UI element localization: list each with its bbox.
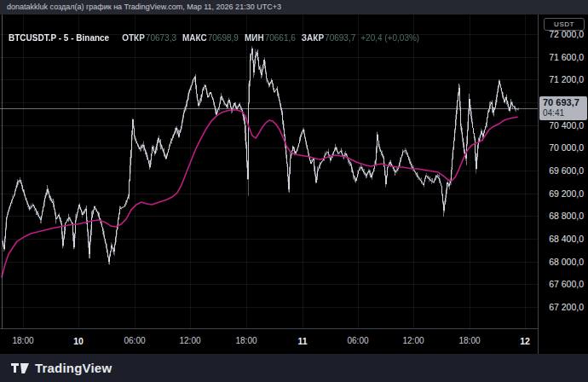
- price-tick: 68 800,0: [549, 211, 584, 221]
- price-tick: 68 000,0: [549, 257, 584, 267]
- footer-bar: TradingView: [0, 354, 588, 382]
- brand-name: TradingView: [35, 361, 112, 375]
- price-tick: 71 600,0: [549, 52, 584, 62]
- tradingview-logo[interactable]: TradingView: [11, 360, 112, 377]
- ohlc-label: МАКС: [182, 33, 207, 43]
- price-axis[interactable]: USDT 72 000,071 600,071 200,070 800,070 …: [538, 14, 588, 354]
- price-tick: 67 200,0: [549, 302, 584, 312]
- change-value: +20,4 (+0,03%): [360, 33, 419, 43]
- time-axis[interactable]: 18:001006:0012:0018:001106:0012:0018:001…: [0, 328, 538, 354]
- price-tick: 70 400,0: [549, 120, 584, 130]
- tradingview-logo-icon: [11, 360, 29, 377]
- date-tick: 12: [520, 336, 530, 346]
- ohlc-value: 70698,9: [208, 33, 239, 43]
- date-tick: 10: [73, 336, 84, 346]
- last-price-value: 70 693,7: [543, 97, 587, 108]
- price-tick: 70 000,0: [549, 142, 584, 153]
- time-tick: 18:00: [235, 336, 257, 345]
- price-tick: 72 000,0: [549, 29, 584, 39]
- tradingview-published-chart: donatakkluk создал(а) график на TradingV…: [0, 0, 588, 382]
- chart-legend: BTCUSDT.P - 5 - BinanceОТКР70673,3МАКС70…: [9, 33, 419, 43]
- ohlc-label: ЗАКР: [302, 33, 324, 43]
- price-tick: 71 200,0: [549, 74, 584, 84]
- price-tick: 69 600,0: [549, 165, 584, 176]
- time-tick: 18:00: [458, 336, 480, 345]
- ohlc-value: 70673,3: [146, 33, 176, 43]
- pane-left-edge-line: [2, 14, 3, 354]
- ohlc-label: МИН: [245, 33, 264, 43]
- time-tick: 06:00: [124, 336, 145, 345]
- symbol-title: BTCUSDT.P - 5 - Binance: [9, 33, 109, 43]
- time-tick: 12:00: [402, 336, 424, 345]
- price-tick: 67 600,0: [549, 279, 584, 289]
- attribution-text: donatakkluk создал(а) график на TradingV…: [7, 3, 281, 11]
- ohlc-value: 70693,7: [325, 33, 355, 43]
- attribution-bar: donatakkluk создал(а) график на TradingV…: [0, 0, 588, 14]
- ohlc-label: ОТКР: [122, 33, 145, 43]
- date-tick: 11: [297, 336, 307, 346]
- time-tick: 18:00: [12, 336, 33, 345]
- bar-countdown: 04:41: [543, 108, 587, 119]
- chart-pane[interactable]: BTCUSDT.P - 5 - BinanceОТКР70673,3МАКС70…: [0, 14, 538, 328]
- price-tick: 68 400,0: [549, 234, 584, 244]
- time-tick: 12:00: [179, 336, 200, 345]
- time-tick: 06:00: [347, 336, 368, 345]
- price-chart-canvas[interactable]: [0, 14, 538, 328]
- ohlc-value: 70661,6: [265, 33, 296, 43]
- price-tick: 69 200,0: [549, 188, 584, 199]
- last-price-label: 70 693,7 04:41: [539, 96, 587, 120]
- ohlc-values: ОТКР70673,3МАКС70698,9МИН70661,6ЗАКР7069…: [116, 33, 355, 43]
